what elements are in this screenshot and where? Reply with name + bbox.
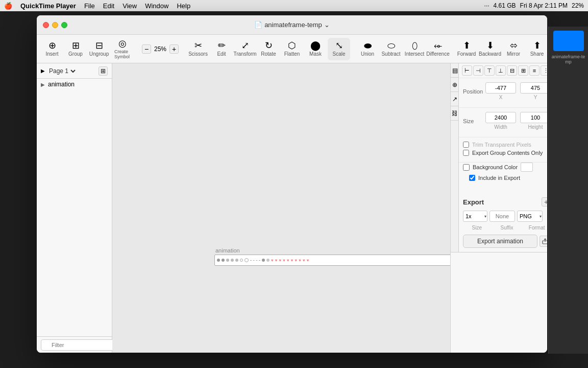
share-export-icon (542, 238, 547, 244)
background-color-checkbox[interactable] (463, 164, 470, 171)
frame-dot-1 (217, 259, 220, 262)
close-button[interactable] (43, 22, 49, 28)
align-top-button[interactable]: ⊤ (484, 65, 495, 76)
panel-tab-link[interactable]: ⛓ (451, 106, 459, 121)
distribute-v-button[interactable]: ⋮ (541, 65, 547, 76)
export-format-select[interactable]: PNG JPG TIFF PDF SVG WebP (517, 211, 543, 222)
thumbnail-panel: animateframe-temp (548, 27, 588, 354)
align-center-h-button[interactable]: ⊣ (473, 65, 483, 76)
alignment-row: ⊢ ⊣ ⊤ ⊥ ⊟ ⊞ ≡ ⋮ (459, 63, 547, 78)
subtract-button[interactable]: ⬭ Subtract (380, 38, 402, 60)
menubar-right: ··· 4.61 GB Fri 8 Apr 2:11 PM 22% (484, 2, 584, 9)
export-size-select[interactable]: 1x 0.5x 2x 3x 4x (463, 211, 487, 222)
ungroup-button[interactable]: ⊟ Ungroup (88, 38, 110, 60)
thumbnail-image (553, 31, 584, 51)
panel-tab-text[interactable]: ⊕ (451, 78, 459, 92)
frame-dot-6 (240, 259, 243, 262)
share-button[interactable]: ⬆ Share (526, 38, 547, 60)
page-selector[interactable]: Page 1 (47, 67, 77, 75)
frame-dot-4 (231, 259, 234, 262)
mirror-icon: ⬄ (510, 41, 518, 50)
options-section: Trim Transparent Pixels Export Group Con… (459, 137, 547, 163)
export-group-contents-checkbox[interactable] (463, 150, 469, 156)
menu-view[interactable]: View (122, 2, 137, 10)
scale-button[interactable]: ⤡ Scale (328, 38, 350, 60)
zoom-out-button[interactable]: − (142, 44, 151, 54)
menu-help[interactable]: Help (177, 2, 190, 10)
export-animation-button[interactable]: Export animation (463, 235, 537, 248)
align-left-button[interactable]: ⊢ (462, 65, 472, 76)
transform-icon: ⤢ (241, 41, 249, 50)
panel-tab-export[interactable]: ↗ (451, 92, 459, 106)
animation-strip: ♥ ♥ ♥ ♥ ♥ ♥ ♥ ♥ ♥ ♥ (214, 255, 450, 266)
export-section: Export + 1x 0.5x 2x 3x 4x (459, 193, 547, 252)
traffic-lights (43, 22, 67, 28)
union-button[interactable]: ⬬ Union (356, 38, 379, 60)
align-bottom-button[interactable]: ⊞ (518, 65, 528, 76)
size-height-input[interactable] (520, 112, 547, 123)
mirror-button[interactable]: ⬄ Mirror (502, 38, 525, 60)
intersect-icon: ⬯ (412, 41, 418, 50)
trim-transparent-checkbox[interactable] (463, 142, 469, 148)
canvas-area[interactable]: animation ♥ ♥ ♥ ♥ ♥ ♥ ♥ (112, 63, 450, 353)
difference-button[interactable]: ⬰ Difference (427, 38, 449, 60)
insert-button[interactable]: ⊕ Insert (41, 38, 63, 60)
suffix-sublabel: Suffix (493, 225, 521, 231)
layer-item-animation[interactable]: ▶ animation (37, 79, 112, 90)
position-y-field: Y (520, 82, 547, 100)
position-y-input[interactable] (520, 82, 547, 94)
panel-tab-style[interactable]: ▤ (451, 63, 459, 78)
create-symbol-button[interactable]: ◎ Create Symbol (111, 38, 134, 60)
page-arrow: ▶ (41, 68, 45, 74)
flatten-button[interactable]: ⬡ Flatten (281, 38, 303, 60)
position-row: Position X Y (463, 82, 547, 100)
maximize-button[interactable] (61, 22, 67, 28)
export-suffix-input[interactable] (489, 211, 515, 222)
forward-button[interactable]: ⬆ Forward (455, 38, 478, 60)
size-width-label: Width (494, 124, 507, 130)
create-symbol-icon: ◎ (118, 39, 127, 48)
align-middle-v-button[interactable]: ⊥ (496, 65, 506, 76)
edit-button[interactable]: ✏ Edit (210, 38, 233, 60)
size-width-field: Width (485, 112, 516, 130)
background-color-swatch[interactable] (521, 163, 533, 172)
scissors-button[interactable]: ✂ Scissors (187, 38, 209, 60)
align-right-button[interactable]: ⊟ (507, 65, 517, 76)
heart-8: ♥ (299, 258, 301, 263)
export-share-button[interactable] (540, 236, 547, 247)
trim-transparent-row: Trim Transparent Pixels (463, 142, 547, 148)
distribute-h-button[interactable]: ≡ (529, 65, 540, 76)
titlebar-chevron[interactable]: ⌄ (324, 21, 330, 29)
include-in-export-checkbox[interactable] (469, 175, 475, 181)
menubar: 🍎 QuickTime Player File Edit View Window… (0, 0, 588, 11)
zoom-in-button[interactable]: + (169, 44, 179, 54)
minimize-button[interactable] (52, 22, 58, 28)
heart-1: ♥ (271, 258, 274, 263)
position-x-input[interactable] (485, 82, 516, 94)
menu-edit[interactable]: Edit (103, 2, 114, 10)
size-width-input[interactable] (485, 112, 516, 123)
menu-file[interactable]: File (84, 2, 95, 10)
rotate-button[interactable]: ↻ Rotate (257, 38, 280, 60)
apple-icon[interactable]: 🍎 (4, 2, 12, 10)
panel-tabs-row: ▤ ⊕ ↗ ⛓ ⊢ ⊣ ⊤ ⊥ ⊟ ⊞ ≡ ⋮ (451, 63, 547, 252)
group-icon: ⊞ (72, 41, 80, 50)
menu-window[interactable]: Window (145, 2, 168, 10)
backward-button[interactable]: ⬇ Backward (479, 38, 501, 60)
sidebar: ▶ Page 1 ⊞ ▶ animation 🔍 ✎ 19 (37, 63, 112, 353)
transform-button[interactable]: ⤢ Transform (234, 38, 256, 60)
share-icon: ⬆ (533, 41, 541, 50)
app-window: 📄 animateframe-temp ⌄ ⊕ Insert ⊞ Group ⊟… (37, 15, 547, 353)
panel-main-content: ⊢ ⊣ ⊤ ⊥ ⊟ ⊞ ≡ ⋮ Position (459, 63, 547, 252)
size-label: Size (463, 118, 483, 124)
forward-icon: ⬆ (463, 41, 471, 50)
export-add-button[interactable]: + (542, 197, 547, 206)
add-page-button[interactable]: ⊞ (99, 66, 108, 76)
mask-button[interactable]: ⬤ Mask (304, 38, 327, 60)
app-name: QuickTime Player (20, 2, 76, 10)
group-button[interactable]: ⊞ Group (64, 38, 87, 60)
flatten-icon: ⬡ (288, 41, 296, 50)
size-height-label: Height (528, 124, 543, 130)
intersect-button[interactable]: ⬯ Intersect (403, 38, 426, 60)
include-in-export-label: Include in Export (478, 175, 520, 181)
